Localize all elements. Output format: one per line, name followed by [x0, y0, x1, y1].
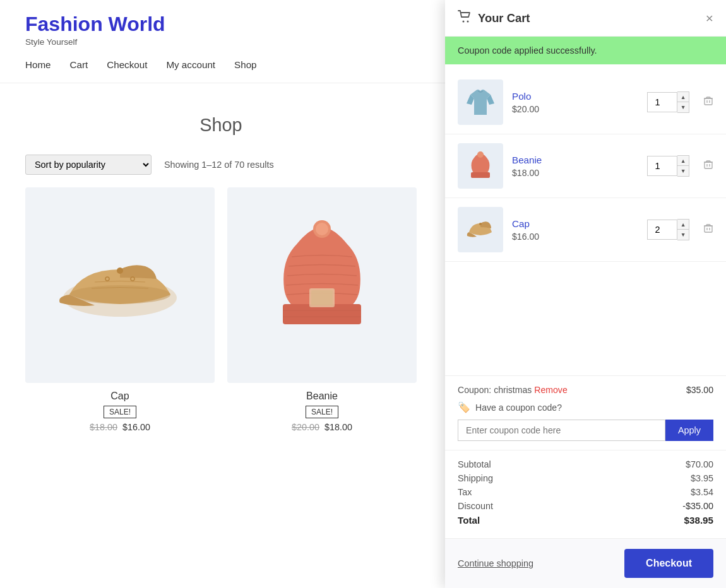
svg-rect-14 — [705, 98, 712, 105]
nav-checkout[interactable]: Checkout — [107, 59, 147, 70]
beanie-illustration — [259, 213, 385, 358]
shop-toolbar: Sort by popularity Sort by average ratin… — [25, 155, 417, 175]
item-qty-cap: ▲ ▼ — [647, 219, 689, 240]
qty-input-polo[interactable] — [647, 92, 677, 112]
svg-rect-25 — [705, 226, 712, 232]
have-coupon-text: Have a coupon code? — [475, 403, 562, 413]
qty-spinners-beanie: ▲ ▼ — [677, 155, 689, 177]
item-name-polo[interactable]: Polo — [512, 91, 638, 102]
product-name-cap: Cap — [110, 391, 129, 402]
original-price-beanie: $20.00 — [292, 422, 319, 432]
item-price-polo: $20.00 — [512, 104, 638, 114]
cart-title: Your Cart — [478, 11, 530, 25]
nav-shop[interactable]: Shop — [234, 59, 256, 70]
svg-point-11 — [316, 223, 328, 235]
item-thumb-beanie — [458, 143, 503, 189]
item-qty-beanie: ▲ ▼ — [647, 155, 689, 177]
qty-input-beanie[interactable] — [647, 156, 677, 176]
polo-thumbnail — [464, 86, 497, 119]
beanie-thumbnail — [464, 150, 497, 182]
cart-header: Your Cart × — [445, 0, 726, 37]
coupon-input-row: Apply — [458, 420, 713, 441]
svg-point-19 — [477, 151, 484, 158]
item-name-beanie[interactable]: Beanie — [512, 155, 638, 165]
product-image-cap[interactable] — [25, 187, 215, 383]
cap-thumbnail — [464, 213, 497, 246]
svg-point-2 — [117, 268, 123, 274]
nav-home[interactable]: Home — [25, 59, 51, 70]
sale-price-beanie: $18.00 — [324, 422, 352, 432]
product-name-beanie: Beanie — [306, 391, 338, 402]
cart-item-beanie: Beanie $18.00 ▲ ▼ — [445, 134, 726, 198]
product-grid: Cap SALE! $18.00 $16.00 — [25, 187, 417, 432]
qty-input-cap[interactable] — [647, 220, 677, 240]
coupon-section: Coupon: christmas Remove $35.00 🏷️ Have … — [445, 375, 726, 445]
cap-illustration — [44, 235, 196, 336]
delete-cap[interactable] — [703, 223, 713, 236]
qty-spinners-polo: ▲ ▼ — [677, 91, 689, 113]
sale-price-cap: $16.00 — [122, 422, 150, 432]
item-info-beanie: Beanie $18.00 — [512, 155, 638, 178]
cart-header-left: Your Cart — [458, 10, 530, 26]
original-price-cap: $18.00 — [90, 422, 117, 432]
svg-rect-18 — [471, 172, 490, 178]
item-price-cap: $16.00 — [512, 232, 638, 242]
item-qty-polo: ▲ ▼ — [647, 91, 689, 113]
coupon-remove-button[interactable]: Remove — [534, 385, 567, 395]
cart-close-button[interactable]: × — [706, 11, 713, 26]
shop-main: Shop Sort by popularity Sort by average … — [0, 83, 442, 445]
qty-down-beanie[interactable]: ▼ — [677, 166, 689, 176]
svg-rect-9 — [311, 290, 333, 305]
coupon-applied-text: Coupon: christmas Remove — [458, 385, 568, 395]
coupon-applied-row: Coupon: christmas Remove $35.00 — [458, 385, 713, 395]
delete-beanie[interactable] — [703, 160, 713, 172]
success-message: Coupon code applied successfully. — [458, 45, 597, 56]
item-thumb-cap — [458, 207, 503, 252]
coupon-icon: 🏷️ — [458, 401, 470, 413]
qty-down-polo[interactable]: ▼ — [677, 102, 689, 112]
cart-item-polo: Polo $20.00 ▲ ▼ — [445, 71, 726, 134]
price-beanie: $20.00 $18.00 — [292, 422, 352, 432]
cart-icon — [458, 10, 472, 26]
svg-point-24 — [479, 223, 482, 225]
cart-panel: Your Cart × Coupon code applied successf… — [445, 0, 726, 445]
cart-item-cap: Cap $16.00 ▲ ▼ — [445, 198, 726, 262]
qty-spinners-cap: ▲ ▼ — [677, 219, 689, 240]
price-cap: $18.00 $16.00 — [90, 422, 150, 432]
cart-items-list: Polo $20.00 ▲ ▼ — [445, 64, 726, 375]
qty-up-beanie[interactable]: ▲ — [677, 156, 689, 166]
nav-cart[interactable]: Cart — [70, 59, 88, 70]
delete-polo[interactable] — [703, 96, 713, 109]
item-info-polo: Polo $20.00 — [512, 91, 638, 114]
results-count: Showing 1–12 of 70 results — [164, 160, 274, 170]
nav-myaccount[interactable]: My account — [166, 59, 215, 70]
coupon-code-input[interactable] — [458, 420, 665, 441]
sale-badge-cap: SALE! — [104, 406, 136, 418]
shop-page-title: Shop — [25, 115, 417, 136]
qty-up-polo[interactable]: ▲ — [677, 92, 689, 102]
item-price-beanie: $18.00 — [512, 168, 638, 178]
item-info-cap: Cap $16.00 — [512, 218, 638, 242]
sort-select[interactable]: Sort by popularity Sort by average ratin… — [25, 155, 152, 175]
coupon-applied-amount: $35.00 — [686, 385, 713, 395]
item-thumb-polo — [458, 79, 503, 125]
apply-coupon-button[interactable]: Apply — [665, 420, 713, 441]
product-card-beanie: Beanie SALE! $20.00 $18.00 — [227, 187, 417, 432]
have-coupon-row: 🏷️ Have a coupon code? — [458, 401, 713, 413]
svg-point-13 — [467, 21, 469, 23]
svg-point-12 — [463, 21, 465, 23]
qty-up-cap[interactable]: ▲ — [677, 220, 689, 230]
sale-badge-beanie: SALE! — [306, 406, 338, 418]
product-image-beanie[interactable] — [227, 187, 417, 383]
product-card-cap: Cap SALE! $18.00 $16.00 — [25, 187, 215, 432]
qty-down-cap[interactable]: ▼ — [677, 230, 689, 240]
svg-rect-20 — [705, 162, 712, 168]
item-name-cap[interactable]: Cap — [512, 218, 638, 229]
cart-success-banner: Coupon code applied successfully. — [445, 37, 726, 64]
